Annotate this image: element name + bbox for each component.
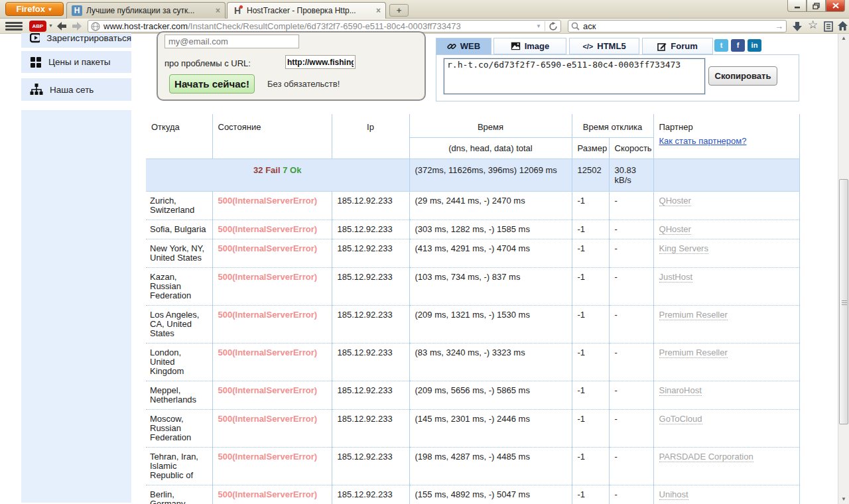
partner-link[interactable]: King Servers bbox=[659, 243, 708, 254]
hosttracker-favicon-icon: H bbox=[232, 5, 243, 16]
browser-tab-2[interactable]: H HostTracker - Проверка Http... × bbox=[227, 2, 386, 19]
partner-cell: JustHost bbox=[653, 268, 799, 306]
url-dropdown-icon[interactable]: ▼ bbox=[533, 23, 545, 29]
start-now-button[interactable]: Начать сейчас! bbox=[169, 74, 255, 94]
header-ip: Ip bbox=[332, 114, 409, 159]
sidebar-item-network[interactable]: Наша сеть bbox=[21, 78, 131, 101]
share-tab-web[interactable]: WEB bbox=[436, 38, 491, 54]
size-cell: -1 bbox=[572, 485, 609, 504]
speed-cell: - bbox=[609, 448, 653, 485]
time-cell: (303 ms, 1282 ms, -) 1585 ms bbox=[409, 220, 572, 239]
restore-button[interactable] bbox=[807, 0, 826, 12]
ip-cell: 185.12.92.233 bbox=[332, 220, 409, 239]
partner-link[interactable]: Premium Reseller bbox=[659, 310, 728, 320]
result-row: Meppel, Netherlands 500(InternalServerEr… bbox=[146, 381, 799, 410]
size-cell: -1 bbox=[572, 410, 609, 448]
partner-link[interactable]: QHoster bbox=[659, 224, 691, 235]
copy-button[interactable]: Скопировать bbox=[708, 66, 777, 86]
partner-link[interactable]: QHoster bbox=[659, 196, 691, 206]
status-error-text: 500(InternalServerError) bbox=[218, 347, 318, 357]
partner-link[interactable]: JustHost bbox=[659, 272, 693, 283]
partner-cell: QHoster bbox=[653, 192, 799, 220]
location-cell: Moscow, Russian Federation bbox=[146, 410, 212, 448]
back-button[interactable] bbox=[56, 21, 68, 32]
search-go-icon[interactable]: → bbox=[775, 21, 783, 31]
search-bar[interactable]: → bbox=[568, 20, 787, 32]
pencil-square-icon bbox=[657, 42, 667, 51]
partner-link[interactable]: Unihost bbox=[659, 489, 688, 500]
sidebar-item-label: Цены и пакеты bbox=[48, 57, 111, 67]
link-icon bbox=[447, 42, 456, 51]
share-tab-label: WEB bbox=[460, 41, 480, 51]
result-row: Zurich, Switzerland 500(InternalServerEr… bbox=[146, 192, 799, 220]
adblock-caret-icon[interactable]: ▼ bbox=[48, 23, 53, 28]
ip-cell: 185.12.92.233 bbox=[332, 344, 409, 381]
url-input[interactable] bbox=[285, 55, 356, 69]
close-tab-icon[interactable]: × bbox=[376, 6, 381, 15]
linkedin-icon[interactable]: in bbox=[748, 39, 761, 52]
page-scrollbar[interactable]: ▲ ▼ bbox=[838, 34, 849, 504]
partner-link[interactable]: SinaroHost bbox=[659, 385, 702, 396]
forward-button[interactable] bbox=[71, 21, 83, 32]
downloads-icon[interactable] bbox=[792, 21, 803, 32]
bookmark-star-icon[interactable]: ☆ bbox=[808, 18, 818, 32]
partner-cell: Premium Reseller bbox=[653, 344, 799, 381]
adblock-icon[interactable]: ABP bbox=[29, 21, 46, 32]
share-tab-forum[interactable]: Forum bbox=[642, 38, 713, 54]
scrollbar-thumb[interactable] bbox=[839, 179, 848, 424]
result-row: London, United Kingdom 500(InternalServe… bbox=[146, 344, 799, 381]
register-icon bbox=[30, 33, 40, 43]
size-cell: -1 bbox=[572, 239, 609, 268]
network-tree-icon bbox=[30, 84, 43, 95]
close-tab-icon[interactable]: × bbox=[216, 6, 220, 15]
share-tab-image[interactable]: Image bbox=[493, 38, 566, 54]
summary-row: 32 Fail 7 Ok (372ms, 11626ms, 396ms) 120… bbox=[146, 159, 799, 192]
time-cell: (103 ms, 734 ms, -) 837 ms bbox=[409, 268, 572, 306]
status-cell: 500(InternalServerError) bbox=[212, 410, 332, 448]
location-cell: Meppel, Netherlands bbox=[146, 381, 212, 410]
sidebar-item-register[interactable]: Зарегистрироваться bbox=[21, 33, 131, 48]
minimize-icon bbox=[794, 3, 801, 9]
share-tab-label: Image bbox=[525, 41, 550, 51]
results-table: Откуда Состояние Ip Время Время отклика … bbox=[146, 114, 800, 504]
browser-tab-1[interactable]: H Лучшие публикации за сутк... × bbox=[66, 2, 226, 19]
minimize-button[interactable] bbox=[787, 0, 807, 12]
speed-cell: - bbox=[609, 268, 653, 306]
firefox-menu-button[interactable]: Firefox ▼ bbox=[5, 2, 64, 16]
share-tab-html5[interactable]: </> HTML5 bbox=[569, 38, 639, 54]
new-tab-button[interactable]: + bbox=[389, 4, 409, 17]
size-cell: -1 bbox=[572, 344, 609, 381]
email-input[interactable] bbox=[164, 34, 299, 48]
size-cell: -1 bbox=[572, 268, 609, 306]
partner-link[interactable]: PARSDADE Corporation bbox=[659, 452, 753, 462]
ip-cell: 185.12.92.233 bbox=[332, 192, 409, 220]
menu-hamburger-icon[interactable] bbox=[5, 22, 23, 32]
partner-link[interactable]: Premium Reseller bbox=[659, 347, 728, 358]
sidebar-item-pricing[interactable]: Цены и пакеты bbox=[21, 51, 131, 73]
packages-grid-icon bbox=[30, 56, 42, 68]
search-input[interactable] bbox=[583, 21, 775, 31]
become-partner-link[interactable]: Как стать партнером? bbox=[659, 136, 747, 146]
bookmarks-list-icon[interactable] bbox=[824, 21, 833, 32]
reload-icon[interactable] bbox=[549, 22, 558, 31]
scroll-up-icon[interactable]: ▲ bbox=[838, 34, 849, 43]
status-error-text: 500(InternalServerError) bbox=[218, 243, 318, 253]
partner-link[interactable]: GoToCloud bbox=[659, 414, 702, 424]
partner-cell: PARSDADE Corporation bbox=[653, 448, 799, 485]
result-row: Los Angeles, CA, United States 500(Inter… bbox=[146, 306, 799, 344]
ip-cell: 185.12.92.233 bbox=[332, 485, 409, 504]
share-code-panel: r.h-t.co/6d73f2f7-6590-e511-80c4-0003ff7… bbox=[436, 54, 799, 101]
share-code-textarea[interactable]: r.h-t.co/6d73f2f7-6590-e511-80c4-0003ff7… bbox=[444, 58, 705, 94]
facebook-icon[interactable]: f bbox=[731, 39, 745, 52]
twitter-icon[interactable]: t bbox=[714, 39, 728, 52]
status-cell: 500(InternalServerError) bbox=[212, 485, 332, 504]
ip-cell: 185.12.92.233 bbox=[332, 381, 409, 410]
close-button[interactable] bbox=[826, 0, 845, 12]
scroll-down-icon[interactable]: ▼ bbox=[838, 495, 849, 504]
browser-titlebar: Firefox ▼ H Лучшие публикации за сутк...… bbox=[0, 0, 849, 19]
location-cell: London, United Kingdom bbox=[146, 344, 212, 381]
result-row: Tehran, Iran, Islamic Republic of 500(In… bbox=[146, 448, 799, 485]
location-cell: New York, NY, United States bbox=[146, 239, 212, 268]
home-icon[interactable] bbox=[837, 21, 848, 31]
search-icon bbox=[571, 22, 580, 31]
